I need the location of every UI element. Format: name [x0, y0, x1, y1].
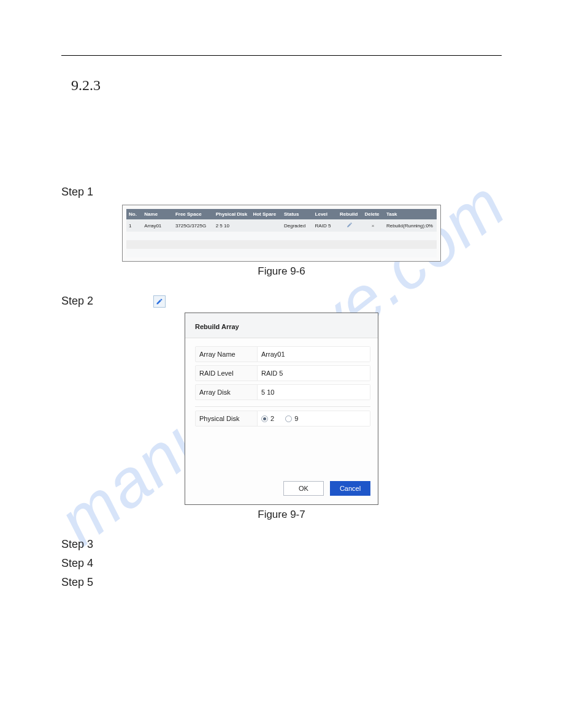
physical-disk-option-2-label: 2	[270, 415, 274, 422]
radio-icon	[261, 415, 268, 422]
table-row[interactable]: 1 Array01 3725G/3725G 2 5 10 Degraded RA…	[126, 219, 437, 232]
physical-disk-option-9-label: 9	[294, 415, 298, 422]
section-number: 9.2.3	[71, 77, 502, 94]
physical-disk-option-2[interactable]: 2	[261, 415, 274, 422]
figure-9-7-caption: Figure 9-7	[61, 509, 502, 521]
col-free-space: Free Space	[173, 209, 213, 219]
col-name: Name	[142, 209, 173, 219]
step-3-label: Step 3	[61, 538, 502, 551]
table-header-row: No. Name Free Space Physical Disk Hot Sp…	[126, 209, 437, 219]
ok-button[interactable]: OK	[283, 481, 324, 496]
cell-level: RAID 5	[313, 219, 337, 232]
cell-status: Degraded	[282, 219, 313, 232]
col-physical-disk: Physical Disk	[213, 209, 251, 219]
dialog-title: Rebuild Array	[185, 313, 378, 338]
cell-name: Array01	[142, 219, 173, 232]
table-row-empty	[126, 249, 437, 257]
radio-icon	[285, 415, 292, 422]
table-row-empty	[126, 240, 437, 249]
array-name-value[interactable]: Array01	[257, 347, 370, 362]
physical-disk-label: Physical Disk	[196, 411, 257, 426]
step-2-label: Step 2	[61, 295, 93, 308]
col-status: Status	[282, 209, 313, 219]
col-task: Task	[384, 209, 437, 219]
raid-level-label: RAID Level	[196, 366, 257, 381]
array-disk-label: Array Disk	[196, 385, 257, 400]
physical-disk-option-9[interactable]: 9	[285, 415, 298, 422]
array-disk-value: 5 10	[257, 385, 370, 400]
raid-level-field: RAID Level RAID 5	[195, 365, 370, 381]
cell-delete[interactable]: ×	[362, 219, 384, 232]
raid-level-value: RAID 5	[257, 366, 370, 381]
cell-free: 3725G/3725G	[173, 219, 213, 232]
col-delete: Delete	[362, 209, 384, 219]
top-rule	[61, 55, 502, 56]
step-4-label: Step 4	[61, 557, 502, 570]
step-5-label: Step 5	[61, 576, 502, 589]
array-name-label: Array Name	[196, 347, 257, 362]
rebuild-array-dialog: Rebuild Array Array Name Array01 RAID Le…	[185, 313, 378, 505]
col-rebuild: Rebuild	[337, 209, 362, 219]
cell-task: Rebuild(Running):0%	[384, 219, 437, 232]
array-name-field: Array Name Array01	[195, 346, 370, 362]
table-row-empty	[126, 232, 437, 240]
col-level: Level	[313, 209, 337, 219]
dialog-separator	[195, 406, 370, 407]
physical-disk-field: Physical Disk 2 9	[195, 411, 370, 427]
cancel-button[interactable]: Cancel	[330, 481, 370, 496]
pencil-icon	[156, 298, 163, 305]
rebuild-icon	[347, 222, 353, 228]
figure-9-6-caption: Figure 9-6	[61, 265, 502, 278]
cell-hot	[250, 219, 282, 232]
cell-no: 1	[126, 219, 142, 232]
step-1-label: Step 1	[61, 186, 502, 199]
figure-9-6: No. Name Free Space Physical Disk Hot Sp…	[122, 205, 441, 262]
col-no: No.	[126, 209, 142, 219]
edit-icon[interactable]	[153, 295, 166, 308]
col-hot-spare: Hot Spare	[250, 209, 282, 219]
array-disk-field: Array Disk 5 10	[195, 384, 370, 400]
cell-rebuild-icon[interactable]	[337, 219, 362, 232]
cell-phys: 2 5 10	[213, 219, 251, 232]
array-table: No. Name Free Space Physical Disk Hot Sp…	[126, 209, 437, 257]
